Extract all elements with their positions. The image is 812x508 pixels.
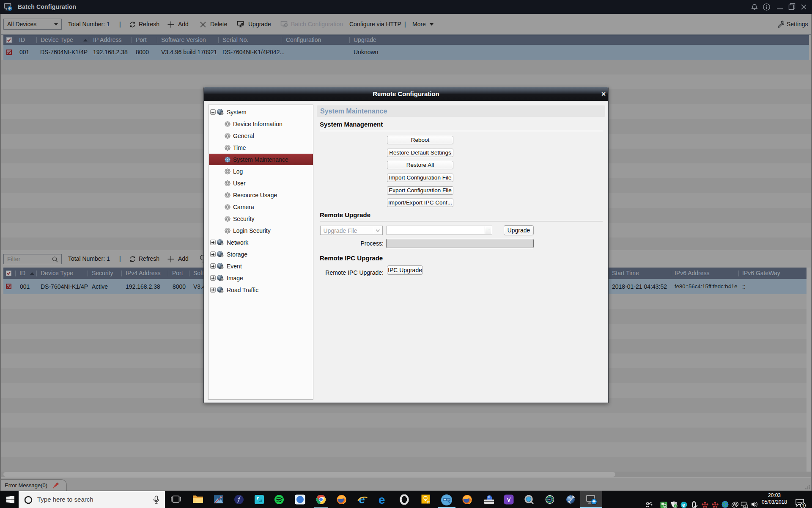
svg-text:e: e <box>359 494 365 505</box>
svg-text:e: e <box>379 494 385 505</box>
svg-text:e: e <box>682 502 685 508</box>
svg-text:1: 1 <box>802 503 804 508</box>
